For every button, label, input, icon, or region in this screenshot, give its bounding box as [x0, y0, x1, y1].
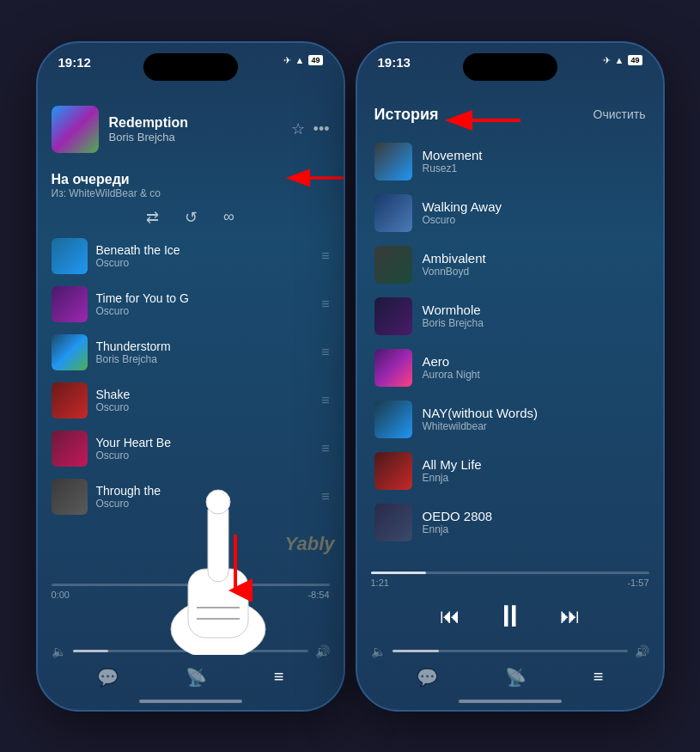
now-playing-card: Redemption Boris Brejcha ☆ •••	[38, 97, 344, 162]
lyrics-icon-right[interactable]: 💬	[417, 667, 438, 688]
history-item[interactable]: NAY(without Words) Whitewildbear	[357, 394, 663, 445]
history-name: Walking Away	[423, 199, 646, 214]
history-item[interactable]: Wormhole Boris Brejcha	[357, 290, 663, 342]
history-name: Movement	[423, 148, 646, 162]
home-indicator-right	[459, 700, 562, 703]
phone2-content: История Очистить Movement Rusez1	[357, 90, 663, 710]
status-icons-left: ✈ ▲ 49	[283, 55, 323, 66]
down-arrow	[218, 535, 253, 607]
red-arrow-history	[443, 107, 520, 133]
track-name: Your Heart Be	[96, 436, 313, 449]
track-thumb	[52, 334, 88, 370]
history-thumb	[374, 297, 412, 335]
drag-handle[interactable]: ≡	[321, 248, 329, 264]
now-playing-info: Redemption Boris Brejcha	[109, 115, 281, 144]
track-artist: Oscuro	[96, 257, 313, 269]
time-left: 19:12	[58, 55, 91, 70]
progress-start-left: 0:00	[52, 590, 70, 600]
svg-point-4	[206, 490, 230, 514]
airplay-icon-right[interactable]: 📡	[505, 667, 527, 688]
progress-bar-bg-right	[371, 572, 649, 574]
queue-header-wrapper: На очереди Из: WhiteWildBear & co	[38, 167, 344, 203]
history-item[interactable]: Walking Away Oscuro	[357, 187, 663, 239]
airplay-icon-left[interactable]: 📡	[186, 667, 207, 688]
track-name: Shake	[96, 388, 313, 401]
history-thumb	[374, 143, 412, 180]
history-artist: Ennja	[423, 472, 646, 484]
home-indicator-left	[139, 700, 242, 703]
bottom-nav-right: 💬 📡 ≡	[357, 662, 663, 693]
history-item[interactable]: OEDO 2808 Ennja	[357, 497, 663, 548]
track-name: Beneath the Ice	[96, 243, 313, 257]
progress-start-right: 1:21	[371, 578, 389, 588]
bottom-nav-left: 💬 📡 ≡	[38, 662, 344, 693]
history-thumb	[374, 452, 412, 490]
more-icon[interactable]: •••	[313, 120, 330, 138]
drag-handle[interactable]: ≡	[321, 441, 329, 456]
red-arrow-queue	[283, 165, 345, 191]
history-name: Ambivalent	[423, 251, 646, 266]
history-info: Movement Rusez1	[423, 148, 646, 174]
history-info: Walking Away Oscuro	[423, 199, 646, 226]
history-artist: Oscuro	[423, 214, 646, 226]
arrow-history	[443, 107, 520, 137]
dynamic-island-left	[143, 53, 238, 81]
history-artist: VonnBoyd	[423, 266, 646, 278]
history-thumb	[374, 504, 412, 541]
track-item[interactable]: Time for You to G Oscuro ≡	[38, 280, 344, 328]
history-artist: Whitewildbear	[423, 420, 646, 432]
volume-bar-bg-right	[393, 650, 628, 652]
track-name: Time for You to G	[96, 291, 313, 305]
drag-handle[interactable]: ≡	[321, 297, 329, 312]
queue-icon-left[interactable]: ≡	[274, 667, 284, 687]
repeat-icon[interactable]: ↺	[185, 208, 198, 227]
lyrics-icon-left[interactable]: 💬	[97, 667, 119, 688]
history-artist: Boris Brejcha	[423, 317, 646, 329]
history-name: OEDO 2808	[423, 509, 646, 523]
history-item[interactable]: Aero Aurora Night	[357, 342, 663, 394]
star-icon[interactable]: ☆	[291, 119, 305, 138]
phone-left: 19:12 ✈ ▲ 49 Redemption Boris Brejcha ☆ …	[36, 41, 345, 712]
airplane-icon-right: ✈	[603, 55, 611, 66]
volume-low-icon-right: 🔈	[371, 645, 386, 658]
track-item[interactable]: Beneath the Ice Oscuro ≡	[38, 232, 344, 280]
history-item[interactable]: Ambivalent VonnBoyd	[357, 239, 663, 290]
drag-handle[interactable]: ≡	[321, 489, 329, 504]
track-artist: Boris Brejcha	[96, 353, 313, 365]
battery-left: 49	[308, 55, 322, 65]
track-name: Thunderstorm	[96, 339, 313, 353]
prev-button-right[interactable]: ⏮	[440, 604, 460, 628]
next-button-right[interactable]: ⏭	[560, 604, 581, 628]
progress-section-right: 1:21 -1:57	[357, 565, 663, 591]
history-title: История	[374, 106, 439, 124]
dynamic-island-right	[463, 53, 557, 81]
track-thumb	[52, 238, 88, 274]
track-item[interactable]: Your Heart Be Oscuro ≡	[38, 425, 344, 473]
track-artist: Oscuro	[96, 401, 313, 413]
volume-bar-fill-right	[393, 650, 440, 652]
track-item[interactable]: Thunderstorm Boris Brejcha ≡	[38, 328, 344, 376]
history-clear-btn[interactable]: Очистить	[593, 107, 646, 121]
volume-low-icon-left: 🔈	[52, 645, 66, 658]
track-thumb	[52, 479, 88, 515]
time-right: 19:13	[378, 55, 411, 70]
progress-end-right: -1:57	[627, 578, 648, 588]
now-playing-actions: ☆ •••	[291, 119, 330, 138]
down-arrow-svg	[218, 535, 253, 603]
history-info: All My Life Ennja	[423, 457, 646, 484]
queue-icon-right[interactable]: ≡	[593, 667, 604, 687]
pause-button-right[interactable]: ⏸	[495, 598, 526, 634]
drag-handle[interactable]: ≡	[321, 345, 329, 360]
track-thumb	[52, 382, 88, 419]
history-item[interactable]: All My Life Ennja	[357, 445, 663, 497]
track-item[interactable]: Shake Oscuro ≡	[38, 376, 344, 425]
shuffle-icon[interactable]: ⇄	[146, 208, 159, 227]
arrow-queue	[283, 165, 345, 191]
drag-handle[interactable]: ≡	[321, 393, 329, 408]
history-item[interactable]: Movement Rusez1	[357, 136, 663, 187]
infinity-icon[interactable]: ∞	[223, 208, 234, 226]
history-thumb	[374, 246, 412, 284]
now-playing-title: Redemption	[109, 115, 281, 131]
status-icons-right: ✈ ▲ 49	[603, 55, 642, 66]
volume-high-icon-right: 🔊	[635, 645, 649, 658]
